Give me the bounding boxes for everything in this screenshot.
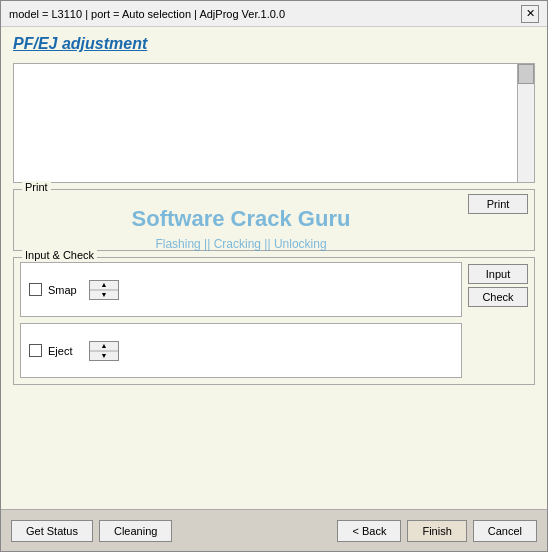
content-area: PF/EJ adjustment Print Software Crack Gu… [1, 27, 547, 509]
cancel-button[interactable]: Cancel [473, 520, 537, 542]
input-check-fields: Smap ▲ ▼ Eject ▲ ▼ [20, 262, 462, 378]
footer: Get Status Cleaning < Back Finish Cancel [1, 509, 547, 551]
print-btn-col: Print [468, 194, 528, 214]
smap-spinner[interactable]: ▲ ▼ [89, 280, 119, 300]
eject-field-box: Eject ▲ ▼ [20, 323, 462, 378]
eject-checkbox[interactable] [29, 344, 42, 357]
page-title: PF/EJ adjustment [13, 35, 535, 53]
eject-spinner-up[interactable]: ▲ [90, 342, 118, 351]
finish-button[interactable]: Finish [407, 520, 466, 542]
title-bar: model = L3110 | port = Auto selection | … [1, 1, 547, 27]
back-button[interactable]: < Back [337, 520, 401, 542]
input-button[interactable]: Input [468, 264, 528, 284]
smap-spinner-up[interactable]: ▲ [90, 281, 118, 290]
input-check-row: Smap ▲ ▼ Eject ▲ ▼ [20, 262, 528, 378]
get-status-button[interactable]: Get Status [11, 520, 93, 542]
print-input-area: Software Crack Guru Flashing || Cracking… [20, 194, 462, 244]
smap-checkbox[interactable] [29, 283, 42, 296]
print-button[interactable]: Print [468, 194, 528, 214]
log-textarea[interactable] [14, 64, 516, 182]
watermark-sub: Flashing || Cracking || Unlocking [155, 237, 326, 251]
input-check-section: Input & Check Smap ▲ ▼ Ej [13, 257, 535, 385]
smap-spinner-down[interactable]: ▼ [90, 290, 118, 299]
eject-label: Eject [48, 345, 83, 357]
main-window: model = L3110 | port = Auto selection | … [0, 0, 548, 552]
close-icon: ✕ [526, 7, 535, 20]
print-row: Software Crack Guru Flashing || Cracking… [20, 194, 528, 244]
smap-label: Smap [48, 284, 83, 296]
print-section-label: Print [22, 181, 51, 193]
log-area [13, 63, 535, 183]
input-check-btns: Input Check [468, 262, 528, 378]
print-section: Print Software Crack Guru Flashing || Cr… [13, 189, 535, 251]
eject-spinner-down[interactable]: ▼ [90, 351, 118, 360]
close-button[interactable]: ✕ [521, 5, 539, 23]
smap-field-box: Smap ▲ ▼ [20, 262, 462, 317]
window-title: model = L3110 | port = Auto selection | … [9, 8, 285, 20]
watermark-main: Software Crack Guru [132, 206, 351, 232]
cleaning-button[interactable]: Cleaning [99, 520, 172, 542]
scrollbar-vertical[interactable] [517, 64, 534, 182]
input-check-label: Input & Check [22, 249, 97, 261]
footer-right: < Back Finish Cancel [337, 520, 537, 542]
eject-spinner[interactable]: ▲ ▼ [89, 341, 119, 361]
scrollbar-thumb [518, 64, 534, 84]
check-button[interactable]: Check [468, 287, 528, 307]
